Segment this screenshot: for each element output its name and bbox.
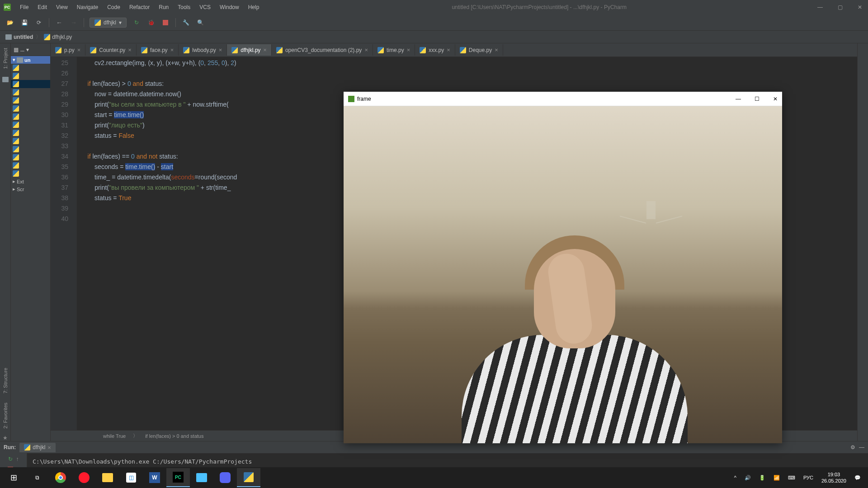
- keyboard-icon[interactable]: ⌨: [788, 475, 795, 481]
- editor-tab[interactable]: Deque.py×: [455, 44, 503, 56]
- close-button[interactable]: ✕: [855, 3, 864, 12]
- line-number[interactable]: 38: [51, 193, 68, 203]
- line-number[interactable]: 39: [51, 203, 68, 214]
- minimize-button[interactable]: —: [736, 96, 741, 102]
- forward-button[interactable]: →: [69, 18, 78, 27]
- refresh-icon[interactable]: ⟳: [34, 18, 43, 27]
- code-crumb[interactable]: if len(faces) > 0 and status: [145, 433, 203, 439]
- crumb-root[interactable]: untitled: [5, 34, 33, 40]
- tree-scratches[interactable]: ▸ Scr: [11, 185, 50, 193]
- line-number[interactable]: 31: [51, 120, 68, 131]
- battery-icon[interactable]: 🔋: [759, 475, 765, 481]
- close-icon[interactable]: ×: [47, 444, 51, 451]
- close-icon[interactable]: ×: [447, 47, 450, 53]
- code-line[interactable]: cv2.rectangle(img, (x, y), (x+w, y+h), (…: [80, 58, 857, 68]
- tree-file[interactable]: [11, 96, 50, 104]
- menu-tools[interactable]: Tools: [174, 2, 194, 12]
- code-line[interactable]: [80, 68, 857, 79]
- menu-run[interactable]: Run: [155, 2, 172, 12]
- line-number[interactable]: 25: [51, 58, 68, 68]
- project-tool-icon[interactable]: ▦: [14, 47, 19, 53]
- editor-tab[interactable]: lwbody.py×: [179, 44, 227, 56]
- pycharm-task-icon[interactable]: PC: [166, 468, 190, 487]
- open-icon[interactable]: 📂: [5, 18, 14, 27]
- tree-file[interactable]: [11, 169, 50, 178]
- frame-titlebar[interactable]: frame — ☐ ✕: [344, 92, 782, 106]
- code-line[interactable]: if len(faces) > 0 and status:: [80, 79, 857, 89]
- tree-file[interactable]: [11, 104, 50, 113]
- line-number[interactable]: 30: [51, 110, 68, 120]
- line-number[interactable]: 29: [51, 99, 68, 110]
- rail-structure[interactable]: 7: Structure: [3, 365, 8, 396]
- close-button[interactable]: ✕: [773, 96, 778, 102]
- stop-button[interactable]: [161, 18, 170, 27]
- discord-icon[interactable]: [213, 468, 237, 487]
- menu-window[interactable]: Window: [216, 2, 243, 12]
- menu-code[interactable]: Code: [104, 2, 124, 12]
- close-icon[interactable]: ×: [77, 47, 81, 53]
- up-icon[interactable]: ↑: [16, 456, 19, 462]
- close-icon[interactable]: ×: [364, 47, 368, 53]
- line-number[interactable]: 37: [51, 183, 68, 193]
- editor-tab[interactable]: openCV3_documentation (2).py×: [272, 44, 373, 56]
- editor-tab[interactable]: p.py×: [51, 44, 85, 56]
- line-number[interactable]: 32: [51, 131, 68, 141]
- line-number[interactable]: 36: [51, 172, 68, 183]
- clock[interactable]: 19:03 26.05.2020: [821, 471, 846, 484]
- editor-tab[interactable]: xxx.py×: [415, 44, 455, 56]
- close-icon[interactable]: ×: [128, 47, 132, 53]
- tree-file[interactable]: [11, 121, 50, 129]
- menu-navigate[interactable]: Navigate: [73, 2, 102, 12]
- editor-tab[interactable]: time.py×: [373, 44, 415, 56]
- chrome-icon[interactable]: [49, 468, 72, 487]
- editor-tab[interactable]: dfhjkl.py×: [227, 44, 272, 56]
- tree-file[interactable]: [11, 64, 50, 72]
- code-crumb[interactable]: while True: [103, 433, 126, 439]
- close-icon[interactable]: ×: [170, 47, 174, 53]
- line-number[interactable]: 40: [51, 214, 68, 224]
- line-number[interactable]: 27: [51, 79, 68, 89]
- rail-project[interactable]: 1: Project: [3, 45, 8, 71]
- menu-help[interactable]: Help: [245, 2, 263, 12]
- menu-edit[interactable]: Edit: [34, 2, 51, 12]
- debug-icon[interactable]: 🐞: [146, 18, 156, 27]
- run-config-dropdown[interactable]: dfhjkl ▾: [90, 18, 127, 28]
- minimize-button[interactable]: —: [816, 3, 825, 12]
- run-again-icon[interactable]: ↻: [132, 18, 141, 27]
- menu-refactor[interactable]: Refactor: [126, 2, 153, 12]
- line-number[interactable]: 33: [51, 141, 68, 151]
- save-icon[interactable]: 💾: [20, 18, 29, 27]
- close-icon[interactable]: ×: [407, 47, 410, 53]
- search-icon[interactable]: 🔍: [196, 18, 205, 27]
- rail-favorites[interactable]: 2: Favorites: [3, 400, 8, 431]
- maximize-button[interactable]: ☐: [755, 96, 760, 102]
- tree-file[interactable]: [11, 129, 50, 137]
- photos-icon[interactable]: [190, 468, 213, 487]
- maximize-button[interactable]: ▢: [835, 3, 844, 12]
- rerun-icon[interactable]: ↻: [8, 456, 13, 462]
- tree-file[interactable]: [11, 161, 50, 169]
- tree-file[interactable]: [11, 113, 50, 121]
- line-number[interactable]: 35: [51, 162, 68, 172]
- line-number[interactable]: 34: [51, 151, 68, 162]
- menu-view[interactable]: View: [52, 2, 71, 12]
- crumb-file[interactable]: dfhjkl.py: [44, 34, 72, 40]
- editor-tab[interactable]: face.py×: [137, 44, 179, 56]
- volume-icon[interactable]: 🔊: [745, 475, 751, 481]
- start-button[interactable]: ⊞: [2, 468, 25, 487]
- wifi-icon[interactable]: 📶: [774, 475, 780, 481]
- tray-chevron-up-icon[interactable]: ^: [734, 475, 736, 480]
- line-number[interactable]: 28: [51, 89, 68, 99]
- tree-external[interactable]: ▸ Ext: [11, 178, 50, 185]
- minimize-icon[interactable]: —: [859, 444, 864, 450]
- task-view-button[interactable]: ⧉: [25, 468, 49, 487]
- wrench-icon[interactable]: 🔧: [181, 18, 190, 27]
- notifications-icon[interactable]: 💬: [854, 475, 861, 481]
- close-icon[interactable]: ×: [219, 47, 222, 53]
- python-task-icon[interactable]: [237, 468, 260, 487]
- chevron-down-icon[interactable]: ▾: [26, 47, 29, 53]
- tree-root[interactable]: ▾ un: [11, 56, 50, 64]
- tree-file[interactable]: [11, 72, 50, 80]
- explorer-icon[interactable]: [96, 468, 119, 487]
- tree-file[interactable]: [11, 80, 50, 88]
